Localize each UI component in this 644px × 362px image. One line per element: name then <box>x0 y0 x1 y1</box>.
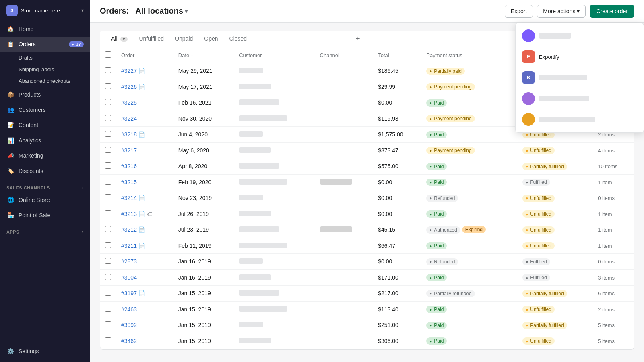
order-number[interactable]: #3092 <box>121 322 137 328</box>
table-row[interactable]: #3211📄 Feb 11, 2019 $66.47 Paid Unfulfil… <box>100 238 634 254</box>
row-checkbox-cell[interactable] <box>100 142 116 158</box>
order-number[interactable]: #3462 <box>121 338 137 344</box>
order-num-cell[interactable]: #3224 <box>116 111 173 127</box>
row-checkbox[interactable] <box>105 99 111 105</box>
row-checkbox-cell[interactable] <box>100 158 116 175</box>
order-number[interactable]: #3224 <box>121 115 137 122</box>
order-num-cell[interactable]: #3218📄 <box>116 127 173 143</box>
order-num-cell[interactable]: #2873 <box>116 254 173 270</box>
dropdown-item[interactable] <box>516 25 644 46</box>
order-number[interactable]: #3226 <box>121 84 137 90</box>
sidebar-item-discounts[interactable]: 🏷️ Discounts <box>0 163 90 179</box>
sidebar-item-content[interactable]: 📝 Content <box>0 117 90 133</box>
payment-status-col-header[interactable]: Payment status <box>421 47 518 63</box>
order-num-cell[interactable]: #3092 <box>116 317 173 333</box>
order-num-cell[interactable]: #3227📄 <box>116 63 173 79</box>
row-checkbox-cell[interactable] <box>100 269 116 286</box>
row-checkbox-cell[interactable] <box>100 317 116 333</box>
row-checkbox-cell[interactable] <box>100 79 116 95</box>
order-num-cell[interactable]: #2463 <box>116 301 173 317</box>
table-row[interactable]: #3212📄 Jul 23, 2019 $45.15 AuthorizedExp… <box>100 222 634 238</box>
table-row[interactable]: #2463 Jan 15, 2019 $113.40 Paid Unfulfil… <box>100 301 634 317</box>
order-number[interactable]: #3213 <box>121 211 137 217</box>
row-checkbox[interactable] <box>105 242 111 248</box>
row-checkbox-cell[interactable] <box>100 206 116 222</box>
order-number[interactable]: #3216 <box>121 163 137 169</box>
row-checkbox[interactable] <box>105 115 111 121</box>
select-all-header[interactable] <box>100 47 116 63</box>
tab-custom-2[interactable]: ────── <box>289 31 322 47</box>
apps-expand-icon[interactable]: › <box>82 229 84 235</box>
order-num-cell[interactable]: #3212📄 <box>116 222 173 238</box>
sidebar-item-abandoned[interactable]: Abandoned checkouts <box>0 75 90 87</box>
order-number[interactable]: #3225 <box>121 99 137 106</box>
order-number[interactable]: #2873 <box>121 258 137 265</box>
tab-custom-1[interactable]: ────── <box>253 31 287 47</box>
sidebar-item-drafts[interactable]: Drafts <box>0 52 90 64</box>
row-checkbox-cell[interactable] <box>100 174 116 190</box>
order-number[interactable]: #3004 <box>121 274 137 281</box>
sidebar-item-orders[interactable]: 📋 Orders 37 <box>0 37 90 52</box>
order-num-cell[interactable]: #3215 <box>116 174 173 190</box>
sales-channels-expand-icon[interactable]: › <box>82 185 84 191</box>
sidebar-item-products[interactable]: 📦 Products <box>0 87 90 102</box>
sidebar-item-shipping[interactable]: Shipping labels <box>0 64 90 75</box>
row-checkbox[interactable] <box>105 147 111 153</box>
row-checkbox[interactable] <box>105 83 111 89</box>
tab-all[interactable]: All ▾ <box>106 31 132 47</box>
tab-open[interactable]: Open <box>199 31 223 47</box>
order-num-cell[interactable]: #3216 <box>116 158 173 175</box>
order-number[interactable]: #3217 <box>121 147 137 154</box>
more-actions-button[interactable]: More actions ▾ <box>537 5 586 18</box>
row-checkbox[interactable] <box>105 274 111 280</box>
row-checkbox[interactable] <box>105 321 111 327</box>
order-number[interactable]: #2463 <box>121 306 137 313</box>
row-checkbox-cell[interactable] <box>100 254 116 270</box>
order-col-header[interactable]: Order <box>116 47 173 63</box>
dropdown-item[interactable]: E Exportify <box>516 46 644 67</box>
sidebar-item-pos[interactable]: 🏪 Point of Sale <box>0 208 90 223</box>
table-row[interactable]: #3216 Apr 8, 2020 $575.00 Paid Partially… <box>100 158 634 175</box>
tab-unfulfilled[interactable]: Unfulfilled <box>134 31 168 47</box>
table-row[interactable]: #2873 Jan 16, 2019 $0.00 Refunded Fulfil… <box>100 254 634 270</box>
row-checkbox-cell[interactable] <box>100 222 116 238</box>
store-header[interactable]: S Store name here ▾ <box>0 0 90 21</box>
tab-unpaid[interactable]: Unpaid <box>170 31 198 47</box>
row-checkbox-cell[interactable] <box>100 111 116 127</box>
order-number[interactable]: #3227 <box>121 68 137 74</box>
order-num-cell[interactable]: #3197📄 <box>116 286 173 302</box>
order-num-cell[interactable]: #3217 <box>116 142 173 158</box>
row-checkbox[interactable] <box>105 194 111 200</box>
dropdown-item[interactable] <box>516 109 644 130</box>
row-checkbox[interactable] <box>105 306 111 312</box>
customer-col-header[interactable]: Customer <box>234 47 315 63</box>
table-row[interactable]: #3215 Feb 19, 2020 $0.00 Paid Fulfilled … <box>100 174 634 190</box>
order-num-cell[interactable]: #3004 <box>116 269 173 286</box>
table-row[interactable]: #3092 Jan 15, 2019 $251.00 Paid Partiall… <box>100 317 634 333</box>
order-num-cell[interactable]: #3462 <box>116 333 173 349</box>
table-row[interactable]: #3217 May 6, 2020 $373.47 Payment pendin… <box>100 142 634 158</box>
row-checkbox-cell[interactable] <box>100 63 116 79</box>
order-num-cell[interactable]: #3211📄 <box>116 238 173 254</box>
sidebar-item-home[interactable]: 🏠 Home <box>0 21 90 37</box>
order-number[interactable]: #3214 <box>121 195 137 201</box>
row-checkbox-cell[interactable] <box>100 301 116 317</box>
row-checkbox-cell[interactable] <box>100 127 116 143</box>
row-checkbox-cell[interactable] <box>100 238 116 254</box>
row-checkbox[interactable] <box>105 226 111 232</box>
table-row[interactable]: #3197📄 Jan 15, 2019 $217.00 Partially re… <box>100 286 634 302</box>
order-num-cell[interactable]: #3214📄 <box>116 190 173 206</box>
create-order-button[interactable]: Create order <box>590 5 634 18</box>
order-number[interactable]: #3197 <box>121 290 137 296</box>
row-checkbox[interactable] <box>105 210 111 216</box>
order-number[interactable]: #3218 <box>121 131 137 138</box>
channel-col-header[interactable]: Channel <box>315 47 374 63</box>
tab-add-button[interactable]: + <box>351 31 365 46</box>
select-all-checkbox[interactable] <box>105 51 111 58</box>
row-checkbox[interactable] <box>105 258 111 264</box>
row-checkbox[interactable] <box>105 337 111 343</box>
order-number[interactable]: #3212 <box>121 226 137 233</box>
row-checkbox[interactable] <box>105 67 111 73</box>
store-expand-icon[interactable]: ▾ <box>81 8 84 13</box>
location-filter-button[interactable]: All locations ▾ <box>135 6 188 16</box>
